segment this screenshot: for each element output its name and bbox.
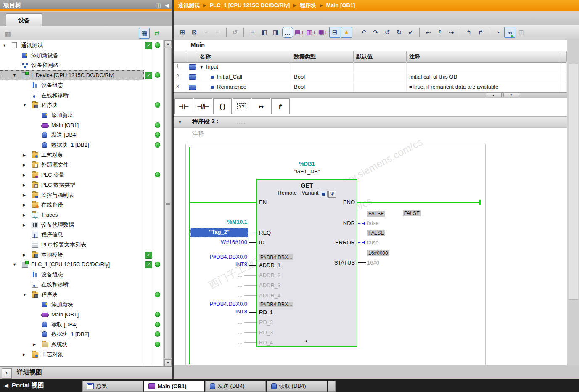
chevron-down-icon[interactable]: ▼ xyxy=(200,65,204,69)
monitoring-on-off-icon[interactable]: ∞ xyxy=(504,27,515,38)
table-column-header[interactable] xyxy=(560,51,567,62)
update-block-calls-icon[interactable]: ↺ xyxy=(382,27,393,38)
table-column-header[interactable]: 数据类型 xyxy=(291,51,354,62)
table-column-header[interactable] xyxy=(186,51,197,62)
block-collapse-icon[interactable]: ▲ xyxy=(304,339,309,343)
chevron-down-icon[interactable]: ▼ xyxy=(13,70,16,80)
table-column-header[interactable]: 注释 xyxy=(407,51,560,62)
tree-item[interactable]: ▶Traces xyxy=(0,210,163,220)
delete-network-icon[interactable]: ⊠ xyxy=(189,27,200,38)
breadcrumb-item[interactable]: PLC_1 [CPU 1215C DC/DC/Rly] xyxy=(210,2,290,8)
goto-previous-error-icon[interactable]: ↶ xyxy=(358,27,369,38)
table-view-icon[interactable]: ▦ xyxy=(139,28,150,39)
breadcrumb-item[interactable]: 程序块 xyxy=(300,2,316,9)
breadcrumb-item[interactable]: 通讯测试 xyxy=(178,2,200,9)
operand-value[interactable]: W#16#100 xyxy=(190,239,247,245)
name-cell[interactable]: Initial_Call xyxy=(197,72,291,82)
operand-type[interactable]: INT8 xyxy=(190,261,247,268)
output-monitor-value[interactable]: false xyxy=(367,239,378,246)
tree-item[interactable]: 数据块_1 [DB2] xyxy=(0,329,163,339)
no-contact-icon[interactable]: ⊣⊢ xyxy=(174,98,193,114)
tree-item[interactable]: PLC 报警文本列表 xyxy=(0,240,163,250)
table-row[interactable]: 2Initial_CallBoolInitial call of this OB xyxy=(174,72,567,82)
snapshot-values-icon[interactable]: ◫ xyxy=(516,27,527,38)
jump-to-previous-icon[interactable]: ↰ xyxy=(463,27,474,38)
keep-actual-values-icon[interactable]: ↺ xyxy=(230,27,241,38)
chevron-right-icon[interactable]: ▶ xyxy=(23,150,26,160)
output-monitor-value[interactable]: 16#0 xyxy=(367,260,379,266)
default-cell[interactable] xyxy=(354,62,407,72)
chevron-down-icon[interactable]: ▼ xyxy=(3,40,6,50)
tree-scrollbar-thumb[interactable] xyxy=(164,48,172,358)
comment-cell[interactable] xyxy=(407,62,560,72)
type-cell[interactable]: Bool xyxy=(291,72,354,82)
show-favorites-icon[interactable]: ⊟ xyxy=(329,27,340,38)
taskbar-item[interactable]: Main (OB1) xyxy=(144,381,204,392)
portal-view-switch[interactable]: ◀Portal 视图 xyxy=(4,381,44,389)
tree-item[interactable]: ▶监控与强制表 xyxy=(0,190,163,200)
toggle-network-comments-icon[interactable]: ◨ xyxy=(270,27,281,38)
filter-icon[interactable]: ▦ xyxy=(3,28,13,39)
tree-item[interactable]: ▼程序块 xyxy=(0,100,163,110)
operand-tag-selected[interactable]: "Tag_2" xyxy=(190,228,248,237)
operand-address[interactable]: %M10.1 xyxy=(190,219,247,225)
table-row[interactable]: 3RemanenceBool=True, if remanent data ar… xyxy=(174,82,567,93)
tree-item[interactable]: 发送 [DB4] xyxy=(0,130,163,140)
search-icon[interactable]: ◔ xyxy=(492,27,503,38)
editor-scrollbar[interactable] xyxy=(567,40,579,365)
tree-item[interactable]: ▼通讯测试✓ xyxy=(0,40,163,50)
tree-item[interactable]: 在线和诊断 xyxy=(0,280,163,290)
splitter-up-icon[interactable]: ▲ xyxy=(486,93,502,97)
name-cell[interactable]: ▼Input xyxy=(197,62,291,72)
open-all-networks-icon[interactable]: ⇡ xyxy=(434,27,445,38)
instance-db-name[interactable]: "GET_DB" xyxy=(256,168,357,175)
instance-db-address[interactable]: %DB1 xyxy=(256,161,357,167)
close-branch-icon[interactable]: ↱ xyxy=(271,98,290,114)
network-header[interactable]: ▼ 程序段 2 : ..... xyxy=(174,116,567,128)
collapse-networks-icon[interactable]: ▦± xyxy=(317,27,328,38)
collapse-panel-icon[interactable]: ◀ xyxy=(165,0,169,11)
taskbar-item[interactable]: 读取 (DB4) xyxy=(267,381,327,392)
tree-item[interactable]: ▶在线备份 xyxy=(0,200,163,210)
empty-operand-field[interactable]: ... xyxy=(225,319,242,325)
collapse-instructions-icon[interactable]: ▤± xyxy=(294,27,305,38)
jump-to-next-icon[interactable]: ↱ xyxy=(475,27,486,38)
refresh-block-calls-icon[interactable]: ↻ xyxy=(394,27,405,38)
chevron-right-icon[interactable]: ▶ xyxy=(23,210,26,220)
empty-operand-field[interactable]: ... xyxy=(225,272,242,278)
taskbar-item[interactable]: 总览 xyxy=(82,381,143,392)
chevron-right-icon[interactable]: ▶ xyxy=(23,170,26,180)
tree-item[interactable]: 读取 [DB4] xyxy=(0,320,163,330)
network-collapse-icon[interactable]: ▼ xyxy=(178,120,182,124)
scroll-down-icon[interactable]: ▼ xyxy=(164,359,172,366)
chevron-right-icon[interactable]: ▶ xyxy=(33,339,36,350)
default-cell[interactable] xyxy=(354,82,407,92)
tree-item[interactable]: ▼PLC_1 [CPU 1215C DC/DC/Rly]✓ xyxy=(0,260,163,270)
empty-box-icon[interactable]: ?? xyxy=(233,98,251,114)
tree-item[interactable]: ▶工艺对象 xyxy=(0,150,163,160)
type-cell[interactable] xyxy=(291,62,354,72)
tree-item[interactable]: ▼I_Device [CPU 1215C DC/DC/Rly]✓ xyxy=(0,70,144,80)
variable-name[interactable]: Remanence xyxy=(217,84,246,90)
tree-item[interactable]: ▶外部源文件 xyxy=(0,160,163,170)
chevron-down-icon[interactable]: ▼ xyxy=(13,260,16,270)
chevron-right-icon[interactable]: ▶ xyxy=(23,160,26,170)
tree-item[interactable]: 在线和诊断 xyxy=(0,90,163,101)
variable-name[interactable]: Input xyxy=(206,64,218,70)
coil-icon[interactable]: ( ) xyxy=(213,98,232,114)
taskbar-item[interactable]: 发送 (DB4) xyxy=(205,381,266,392)
goto-next-error-icon[interactable]: ↷ xyxy=(370,27,381,38)
tab-devices[interactable]: 设备 xyxy=(6,13,42,26)
network-title-placeholder[interactable]: ..... xyxy=(237,119,246,125)
chevron-right-icon[interactable]: ▶ xyxy=(23,190,26,200)
tree-item[interactable]: 数据块_1 [DB2] xyxy=(0,140,163,150)
breadcrumb-item[interactable]: Main [OB1] xyxy=(326,2,355,8)
empty-operand-field[interactable]: ... xyxy=(225,339,242,345)
variable-name[interactable]: Initial_Call xyxy=(217,74,242,80)
operand-pointer[interactable]: P#DB4.DBX0.0 xyxy=(190,301,247,307)
open-branch-icon[interactable]: ↦ xyxy=(252,98,270,114)
empty-operand-field[interactable]: ... xyxy=(225,282,242,288)
scroll-up-icon[interactable]: ▲ xyxy=(164,40,172,47)
chevron-right-icon[interactable]: ▶ xyxy=(23,180,26,190)
comment-cell[interactable]: Initial call of this OB xyxy=(407,72,560,82)
